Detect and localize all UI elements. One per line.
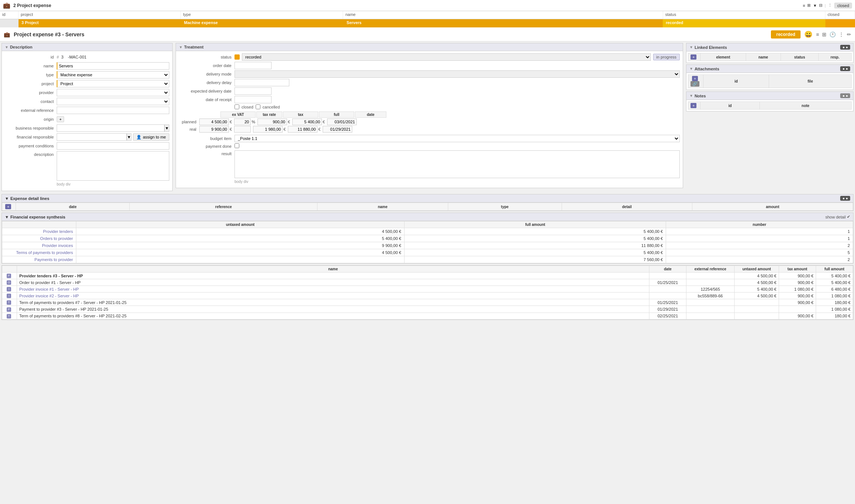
description-textarea[interactable] xyxy=(57,151,169,181)
real-taxrate-input[interactable] xyxy=(234,126,251,133)
main-content: ▼ Description id # 3 -MAC-001 name type xyxy=(0,41,855,193)
result-textarea[interactable] xyxy=(234,150,680,178)
linked-elements-header[interactable]: ▼ Linked Elements ● ● xyxy=(686,43,853,51)
biz-resp-input[interactable] xyxy=(57,124,164,132)
tree-row-icon-cell: I xyxy=(2,286,17,293)
type-select[interactable]: Machine expense xyxy=(57,71,169,79)
budget-item-select[interactable]: _Poste 1.1 xyxy=(234,135,680,142)
syn-number-col[interactable]: number xyxy=(666,221,853,228)
col-name[interactable]: name xyxy=(343,11,663,19)
att-link-btn[interactable]: 🔗 xyxy=(691,81,699,87)
rb-type[interactable]: Machine expense xyxy=(181,19,344,27)
treatment-header[interactable]: ▼ Treatment xyxy=(176,43,683,51)
provider-select[interactable] xyxy=(57,89,169,96)
tree-row-name[interactable]: Term of payments to providers #7 - Serve… xyxy=(17,299,649,306)
financial-synthesis-header[interactable]: ▼ Financial expense synthesis show detai… xyxy=(2,213,853,221)
exp-delivery-input[interactable] xyxy=(234,87,272,95)
fin-syn-body: untaxed amount full amount number Provid… xyxy=(2,221,853,263)
cancelled-checkbox[interactable] xyxy=(256,104,260,109)
planned-exvat-field: € xyxy=(199,119,232,125)
exp-type-col[interactable]: type xyxy=(448,203,562,211)
planned-full-input[interactable] xyxy=(292,119,322,125)
syn-untaxed-col[interactable]: untaxed amount xyxy=(76,221,405,228)
header-list-icon[interactable]: ≡ xyxy=(816,31,819,37)
header-edit-icon[interactable]: ✏ xyxy=(847,31,851,37)
description-header[interactable]: ▼ Description xyxy=(2,43,172,51)
layout-icon[interactable]: ⊟ xyxy=(819,3,822,8)
delivery-delay-input[interactable] xyxy=(234,79,289,86)
status-button[interactable]: recorded xyxy=(771,30,800,39)
tree-row-name[interactable]: Order to provider #1 - Server - HP xyxy=(17,279,649,286)
real-exvat-input[interactable] xyxy=(199,126,229,133)
exp-name-col[interactable]: name xyxy=(317,203,448,211)
syn-full-col[interactable]: full amount xyxy=(405,221,666,228)
show-detail-btn[interactable]: show detail ✔ xyxy=(825,214,850,219)
tree-untaxed-col[interactable]: untaxed amount xyxy=(735,266,779,273)
ext-ref-row: external reference xyxy=(5,107,169,114)
col-id[interactable]: id xyxy=(0,11,19,19)
delivery-mode-select[interactable] xyxy=(234,70,680,78)
linked-add-btn[interactable]: + xyxy=(691,54,696,60)
exp-reference-col[interactable]: reference xyxy=(130,203,317,211)
attachments-header[interactable]: ▼ Attachments ● ● xyxy=(686,65,853,73)
tree-row-name[interactable]: Provider tenders #3 - Server - HP xyxy=(17,273,649,279)
header-more-icon[interactable]: ⋮ xyxy=(839,31,844,37)
more-icon[interactable]: ⋮ xyxy=(828,3,832,8)
att-add-btn[interactable]: + xyxy=(692,76,698,81)
rb-project[interactable]: 3 Project xyxy=(19,19,181,27)
rb-name[interactable]: Servers xyxy=(344,19,663,27)
real-tax-input[interactable] xyxy=(253,126,283,133)
tree-row-name[interactable]: Term of payments to providers #8 - Serve… xyxy=(17,313,649,319)
planned-exvat-input[interactable] xyxy=(199,119,229,125)
notes-header[interactable]: ▼ Notes ● ● xyxy=(686,92,853,100)
header-grid-icon[interactable]: ⊞ xyxy=(822,31,826,37)
fin-resp-dropdown[interactable]: ▼ xyxy=(127,133,132,141)
real-date-input[interactable] xyxy=(323,126,352,133)
col-project[interactable]: project xyxy=(19,11,181,19)
name-input[interactable] xyxy=(57,62,169,70)
tree-row-name[interactable]: Provider invoice #2 - Server - HP xyxy=(17,293,649,299)
payment-cond-input[interactable] xyxy=(57,142,169,150)
syn-row-label: Orders to provider xyxy=(2,235,76,242)
tree-row-name[interactable]: Payment to provider #3 - Server - HP 202… xyxy=(17,306,649,313)
exp-date-col[interactable]: date xyxy=(16,203,130,211)
biz-resp-dropdown[interactable]: ▼ xyxy=(164,124,169,132)
contact-select[interactable] xyxy=(57,98,169,105)
col-closed[interactable]: closed xyxy=(825,11,855,19)
fin-resp-input[interactable] xyxy=(57,133,127,141)
tree-tax-col[interactable]: tax amount xyxy=(779,266,816,273)
real-full-input[interactable] xyxy=(288,126,317,133)
planned-taxrate-input[interactable] xyxy=(234,119,251,125)
planned-tax-input[interactable] xyxy=(257,119,287,125)
exp-detail-col[interactable]: detail xyxy=(562,203,692,211)
col-type[interactable]: type xyxy=(181,11,343,19)
filter-icon[interactable]: ▼ xyxy=(813,3,817,8)
status-select[interactable]: recorded xyxy=(242,53,651,61)
tree-row-name[interactable]: Provider invoice #1 - Server - HP xyxy=(17,286,649,293)
header-clock-icon[interactable]: 🕐 xyxy=(829,31,836,37)
tree-date-col[interactable]: date xyxy=(649,266,686,273)
grid-icon[interactable]: ⊞ xyxy=(807,3,811,8)
col-status[interactable]: status xyxy=(663,11,825,19)
closed-checkbox[interactable] xyxy=(234,104,239,109)
origin-add-btn[interactable]: + xyxy=(57,116,64,122)
receipt-input[interactable] xyxy=(234,96,272,103)
tree-extref-col[interactable]: external reference xyxy=(686,266,735,273)
expense-detail-header[interactable]: ▼ Expense detail lines ● ● xyxy=(2,194,853,203)
emoji-button[interactable]: 😀 xyxy=(804,30,812,39)
linked-element-col: element xyxy=(701,53,746,61)
exp-amount-col[interactable]: amount xyxy=(692,203,853,211)
exp-add-btn[interactable]: + xyxy=(5,204,11,209)
ext-ref-input[interactable] xyxy=(57,107,169,114)
assign-to-me-btn[interactable]: 👤 assign to me xyxy=(133,133,169,141)
rb-status[interactable]: recorded xyxy=(663,19,825,27)
tree-name-col[interactable]: name xyxy=(17,266,649,273)
syn-tbody: Provider tenders 4 500,00 € 5 400,00 € 1… xyxy=(2,228,853,263)
planned-date-input[interactable] xyxy=(327,119,357,125)
list-icon[interactable]: ≡ xyxy=(803,3,805,8)
project-select[interactable]: Project xyxy=(57,80,169,87)
notes-add-btn[interactable]: + xyxy=(691,103,696,108)
payment-done-checkbox[interactable] xyxy=(234,143,239,148)
order-date-input[interactable] xyxy=(234,62,272,69)
tree-full-col[interactable]: full amount xyxy=(816,266,853,273)
